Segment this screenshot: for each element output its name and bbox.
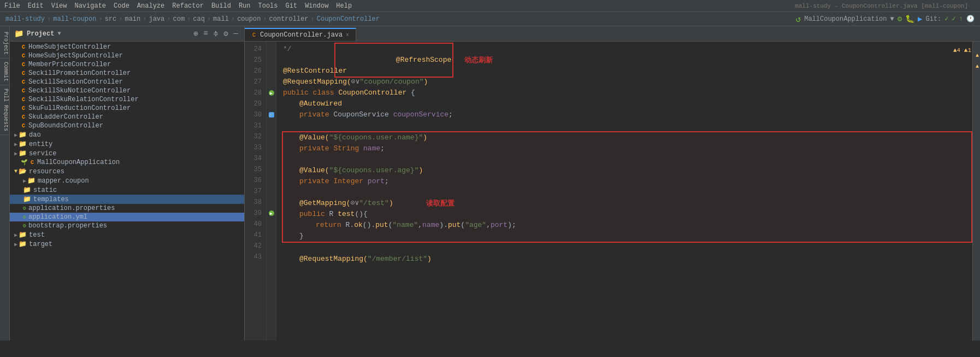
code-28-class: class: [313, 87, 339, 98]
code-29-annotation: @Autowired: [299, 98, 342, 109]
tree-item-service[interactable]: ▶ 📁 service: [10, 149, 244, 158]
refresh-icon[interactable]: ↺: [796, 14, 801, 25]
folder-icon: 📁: [14, 29, 23, 38]
tree-item-seckillpromo[interactable]: C SeckillPromotionController: [10, 69, 244, 78]
breadcrumb-com[interactable]: com: [173, 15, 185, 23]
menu-tools[interactable]: Tools: [258, 2, 278, 10]
code-line-26: @RestController: [283, 66, 972, 77]
editor-tab-couponcontroller[interactable]: C CouponController.java ×: [245, 28, 356, 41]
tree-item-seckillsession[interactable]: C SeckillSessionController: [10, 78, 244, 86]
git-label: Git:: [926, 15, 942, 23]
code-36-port: port: [368, 176, 385, 187]
tree-item-dao[interactable]: ▶ 📁 dao: [10, 130, 244, 139]
code-27-string: "coupon/coupon": [359, 77, 423, 87]
code-36-semi: ;: [385, 176, 389, 187]
menu-build[interactable]: Build: [211, 2, 231, 10]
menu-git[interactable]: Git: [286, 2, 298, 10]
clock-icon[interactable]: 🕐: [966, 15, 975, 23]
tree-item-test[interactable]: ▶ 📁 test: [10, 230, 244, 239]
tree-item-mapper-coupon[interactable]: ▶ 📁 mapper.coupon: [10, 176, 244, 185]
tree-label-seckillsession: SeckillSessionController: [28, 78, 123, 86]
tree-item-app-yml[interactable]: ⚙ application.yml: [10, 213, 244, 221]
menu-refactor[interactable]: Refactor: [172, 2, 204, 10]
tree-item-bootstrap[interactable]: ⚙ bootstrap.properties: [10, 221, 244, 230]
menu-analyze[interactable]: Analyze: [137, 2, 164, 10]
menu-window[interactable]: Window: [305, 2, 328, 10]
tree-item-homesubject[interactable]: C HomeSubjectController: [10, 43, 244, 51]
run-gutter-39[interactable]: ▶: [269, 210, 274, 216]
linenum-27: 27: [247, 77, 262, 87]
folder-icon-entity: 📁: [19, 140, 27, 148]
code-line-43: @RequestMapping("/member/list"): [283, 254, 972, 265]
tree-item-mallcoupon[interactable]: 🌱 C MallCouponApplication: [10, 158, 244, 167]
breadcrumb-couponcontroller[interactable]: CouponController: [317, 15, 380, 23]
code-line-25: @RefreshScope 动态刷新: [283, 55, 972, 66]
build-icon[interactable]: ⚙: [898, 14, 902, 24]
tree-item-spubounds[interactable]: C SpuBoundsController: [10, 121, 244, 130]
tab-close-button[interactable]: ×: [346, 32, 349, 38]
menu-code[interactable]: Code: [114, 2, 129, 10]
tree-item-target[interactable]: ▶ 📁 target: [10, 239, 244, 249]
code-line-37: [283, 187, 971, 198]
tree-label-bootstrap: bootstrap.properties: [28, 222, 107, 230]
code-40-comma2: ,: [486, 220, 491, 231]
tree-item-resources[interactable]: ▼ 📂 resources: [10, 167, 244, 176]
code-36-type: Integer: [333, 176, 367, 187]
run-icon[interactable]: ▶: [918, 14, 922, 24]
breadcrumb-coupon[interactable]: coupon: [237, 15, 261, 23]
menu-edit[interactable]: Edit: [28, 2, 44, 10]
run-gutter-30[interactable]: 🔗: [269, 112, 274, 118]
sidebar-tab-commit[interactable]: Commit: [0, 58, 10, 85]
breadcrumb-main[interactable]: main: [125, 15, 140, 23]
cn-label-refresh: 动态刷新: [464, 55, 493, 66]
tree-item-seckillskunotice[interactable]: C SeckillSkuNoticeController: [10, 86, 244, 95]
panel-settings[interactable]: ⚙: [222, 28, 229, 39]
menu-run[interactable]: Run: [239, 2, 251, 10]
java-icon-seckillsession: C: [21, 79, 26, 86]
code-editor: 24 25 26 27 28 29 30 31 32 33 34 35 36 3…: [245, 42, 980, 341]
java-icon-seckillpromo: C: [21, 70, 26, 77]
breadcrumb-mall-coupon[interactable]: mall-coupon: [53, 15, 96, 23]
breadcrumb-mall-study[interactable]: mall-study: [5, 15, 45, 23]
menu-file[interactable]: File: [4, 2, 20, 10]
git-up-icon[interactable]: ↑: [959, 15, 963, 23]
panel-collapse-all[interactable]: ⊕: [192, 28, 199, 39]
tree-item-memberprice[interactable]: C MemberPriceController: [10, 60, 244, 69]
breadcrumb-java[interactable]: java: [149, 15, 164, 23]
breadcrumb-caq[interactable]: caq: [193, 15, 205, 23]
code-content[interactable]: */ @RefreshScope 动态刷新 @RestController: [276, 42, 972, 341]
code-30-semi: ;: [448, 109, 453, 120]
git-check2-icon[interactable]: ✓: [952, 15, 956, 23]
tree-item-templates[interactable]: 📁 templates: [10, 195, 244, 204]
panel-close[interactable]: —: [232, 28, 240, 39]
panel-locate[interactable]: ≡: [202, 28, 209, 39]
tree-item-homesubjectspu[interactable]: C HomeSubjectSpuController: [10, 51, 244, 60]
tree-item-skuladder[interactable]: C SkuLadderController: [10, 113, 244, 121]
breadcrumb-src[interactable]: src: [105, 15, 117, 23]
breadcrumb-mall[interactable]: mall: [213, 15, 229, 23]
debug-icon[interactable]: 🐛: [905, 14, 914, 24]
tree-item-seckillskurelation[interactable]: C SeckillSkuRelationController: [10, 95, 244, 104]
tree-label-spubounds: SpuBoundsController: [28, 122, 103, 130]
menu-help[interactable]: Help: [336, 2, 352, 10]
code-line-40: return R.ok().put("name",name).put("age"…: [283, 220, 971, 231]
sidebar-tab-pull-requests[interactable]: Pull Requests: [0, 85, 10, 135]
git-check-icon[interactable]: ✓: [944, 15, 948, 23]
project-dropdown[interactable]: ▼: [57, 31, 61, 37]
yml-icon: ⚙: [23, 214, 26, 220]
tree-item-static[interactable]: 📁 static: [10, 185, 244, 195]
menu-view[interactable]: View: [51, 2, 67, 10]
tree-item-entity[interactable]: ▶ 📁 entity: [10, 139, 244, 149]
folder-icon-test: 📁: [19, 231, 27, 239]
tree-item-skufullreduction[interactable]: C SkuFullReductionController: [10, 104, 244, 113]
breadcrumb-controller[interactable]: controller: [269, 15, 309, 23]
linenum-34: 34: [247, 153, 262, 164]
sidebar-tab-project[interactable]: Project: [0, 28, 10, 58]
menu-navigate[interactable]: Navigate: [74, 2, 106, 10]
run-gutter-28[interactable]: ▶: [269, 90, 274, 96]
code-30-private: private: [299, 109, 333, 120]
tree-item-app-props[interactable]: ⚙ application.properties: [10, 204, 244, 213]
run-config-dropdown[interactable]: ▼: [890, 15, 894, 23]
panel-sort[interactable]: ≑: [212, 28, 220, 39]
gutter-area: ▶ 🔗 ▶: [267, 42, 276, 341]
